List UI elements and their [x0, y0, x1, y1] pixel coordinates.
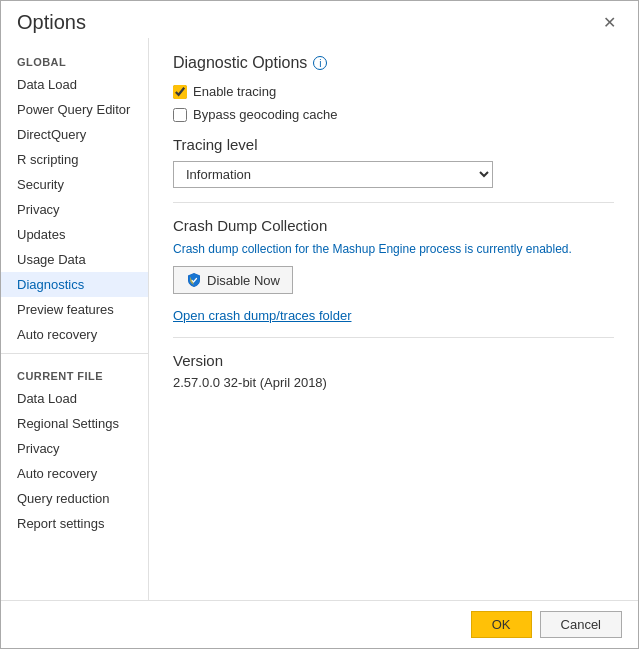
sidebar-item-privacy[interactable]: Privacy	[1, 197, 148, 222]
enable-tracing-label: Enable tracing	[193, 84, 276, 99]
sidebar-item-cf-regional-settings[interactable]: Regional Settings	[1, 411, 148, 436]
sidebar-item-cf-privacy[interactable]: Privacy	[1, 436, 148, 461]
disable-now-button[interactable]: Disable Now	[173, 266, 293, 294]
sidebar: GLOBAL Data Load Power Query Editor Dire…	[1, 38, 149, 600]
sidebar-item-cf-query-reduction[interactable]: Query reduction	[1, 486, 148, 511]
enable-tracing-row: Enable tracing	[173, 84, 614, 99]
sidebar-item-preview-features[interactable]: Preview features	[1, 297, 148, 322]
diagnostic-title-text: Diagnostic Options	[173, 54, 307, 72]
open-crash-dump-link[interactable]: Open crash dump/traces folder	[173, 308, 614, 323]
cancel-button[interactable]: Cancel	[540, 611, 622, 638]
sidebar-item-cf-report-settings[interactable]: Report settings	[1, 511, 148, 536]
tracing-level-dropdown[interactable]: Information Warning Error Verbose	[173, 161, 493, 188]
bypass-geocoding-label: Bypass geocoding cache	[193, 107, 338, 122]
sidebar-divider	[1, 353, 148, 354]
diagnostic-options-title: Diagnostic Options i	[173, 54, 614, 72]
sidebar-item-power-query-editor[interactable]: Power Query Editor	[1, 97, 148, 122]
global-section-label: GLOBAL	[1, 46, 148, 72]
dialog-body: GLOBAL Data Load Power Query Editor Dire…	[1, 38, 638, 600]
sidebar-item-directquery[interactable]: DirectQuery	[1, 122, 148, 147]
sidebar-item-updates[interactable]: Updates	[1, 222, 148, 247]
version-section: Version 2.57.0.0 32-bit (April 2018)	[173, 337, 614, 390]
main-content: Diagnostic Options i Enable tracing Bypa…	[149, 38, 638, 600]
tracing-section: Tracing level Information Warning Error …	[173, 136, 614, 188]
title-bar: Options ✕	[1, 1, 638, 38]
sidebar-item-usage-data[interactable]: Usage Data	[1, 247, 148, 272]
sidebar-item-diagnostics[interactable]: Diagnostics	[1, 272, 148, 297]
current-file-section-label: CURRENT FILE	[1, 360, 148, 386]
sidebar-item-r-scripting[interactable]: R scripting	[1, 147, 148, 172]
options-dialog: Options ✕ GLOBAL Data Load Power Query E…	[0, 0, 639, 649]
sidebar-item-cf-data-load[interactable]: Data Load	[1, 386, 148, 411]
crash-dump-section: Crash Dump Collection Crash dump collect…	[173, 202, 614, 323]
sidebar-item-security[interactable]: Security	[1, 172, 148, 197]
dialog-footer: OK Cancel	[1, 600, 638, 648]
sidebar-item-auto-recovery[interactable]: Auto recovery	[1, 322, 148, 347]
version-title: Version	[173, 352, 614, 369]
sidebar-item-cf-auto-recovery[interactable]: Auto recovery	[1, 461, 148, 486]
ok-button[interactable]: OK	[471, 611, 532, 638]
tracing-level-title: Tracing level	[173, 136, 614, 153]
disable-now-label: Disable Now	[207, 273, 280, 288]
sidebar-item-data-load[interactable]: Data Load	[1, 72, 148, 97]
enable-tracing-checkbox[interactable]	[173, 85, 187, 99]
crash-dump-description: Crash dump collection for the Mashup Eng…	[173, 242, 614, 256]
bypass-geocoding-row: Bypass geocoding cache	[173, 107, 614, 122]
version-text: 2.57.0.0 32-bit (April 2018)	[173, 375, 614, 390]
info-icon: i	[313, 56, 327, 70]
crash-dump-title: Crash Dump Collection	[173, 217, 614, 234]
bypass-geocoding-checkbox[interactable]	[173, 108, 187, 122]
shield-icon	[186, 272, 202, 288]
close-button[interactable]: ✕	[597, 11, 622, 34]
dialog-title: Options	[17, 11, 86, 34]
